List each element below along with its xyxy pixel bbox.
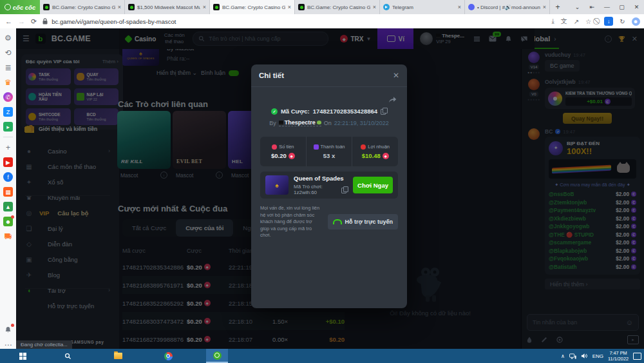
copy-icon[interactable]: [341, 186, 348, 193]
browser-tab[interactable]: BC.Game: Crypto Casino Gam ×: [40, 0, 125, 14]
back-icon[interactable]: ←: [5, 17, 12, 25]
taskbar-clock[interactable]: 7:47 PM 11/1/2022: [608, 350, 629, 362]
minimize-button[interactable]: —: [600, 0, 614, 14]
shop-icon[interactable]: ▦: [3, 187, 13, 197]
browser-tab[interactable]: $1,500 Midweek Mascot Mul ×: [125, 0, 210, 14]
screen: cốc cốc BC.Game: Crypto Casino Gam × $1,…: [0, 0, 644, 363]
translate-icon[interactable]: 文: [561, 17, 567, 26]
close-window-button[interactable]: ✕: [629, 0, 644, 14]
network-icon[interactable]: [569, 353, 576, 359]
bet-datetime: 22:21:19, 31/10/2022: [334, 120, 389, 126]
by-label: By: [269, 120, 276, 126]
browser-status-text: Đang chờ collectia...: [16, 340, 72, 349]
youtube-icon[interactable]: ▶: [3, 157, 13, 167]
history-icon[interactable]: ⟲: [3, 48, 13, 57]
bell-icon[interactable]: [3, 325, 13, 335]
window-controls: ⌄ ⇤ — ▢ ✕: [570, 0, 644, 14]
address-bar: ← → ⟳ bc.game/vi/game/queen-of-spades-by…: [0, 14, 644, 29]
tab-close-icon[interactable]: ×: [373, 4, 376, 10]
newsfeed-icon[interactable]: ≣: [3, 63, 13, 72]
payout-icon: [314, 144, 319, 150]
profile-avatar-icon[interactable]: ☻: [632, 17, 640, 26]
game-mini-thumbnail[interactable]: ♠: [265, 175, 289, 195]
coccoc-menu-button[interactable]: cốc cốc: [0, 0, 40, 14]
url-field[interactable]: bc.game/vi/game/queen-of-spades-by-masco…: [43, 18, 176, 25]
modal-game-code: Mã Trò chơi: 1z2wih:60: [294, 184, 339, 195]
action-center-icon[interactable]: [633, 353, 641, 360]
tab-close-icon[interactable]: ×: [288, 4, 291, 10]
tab-favicon: [298, 4, 305, 10]
play-now-button[interactable]: Chơi Ngay: [353, 177, 393, 193]
system-tray: ∧ ENG 7:47 PM 11/1/2022: [561, 349, 641, 363]
support-text: Mọi vấn đề, xin vui lòng liên hệ với bộ …: [260, 205, 323, 239]
modal-close-icon[interactable]: ✕: [393, 71, 399, 80]
stat-profit: Lợi nhuận $10.48◆: [352, 137, 398, 166]
tray-expand-icon[interactable]: ∧: [561, 353, 565, 359]
tab-title: BC.Game: Crypto Casino Gam: [52, 5, 115, 10]
frog-icon: [317, 121, 321, 124]
facebook-icon[interactable]: f: [3, 172, 13, 182]
cart-icon[interactable]: ⛟: [3, 231, 13, 241]
browser-brand: cốc cốc: [13, 4, 35, 11]
stat-amount: Số tiền $0.20◆: [260, 137, 306, 166]
coccoc-taskbar-icon[interactable]: [206, 349, 228, 363]
crown-icon[interactable]: ♛: [3, 77, 13, 87]
modal-game-card: ♠ Queen of Spades Mã Trò chơi: 1z2wih:60…: [260, 172, 398, 199]
settings-icon[interactable]: ⚙: [3, 33, 13, 43]
start-button[interactable]: [12, 349, 33, 363]
coccoc-logo-icon: [5, 4, 11, 10]
bookmark-star-icon[interactable]: ☆: [585, 18, 591, 25]
browser-tab[interactable]: BC.Game: Crypto Casino Gam ×: [295, 0, 380, 14]
player-link[interactable]: Thespectre: [279, 119, 321, 126]
maximize-button[interactable]: ▢: [614, 0, 629, 14]
restore-tab-icon[interactable]: ⇤: [585, 0, 600, 14]
more-icon[interactable]: ⋯: [3, 340, 13, 349]
tab-close-icon[interactable]: ×: [118, 4, 121, 10]
tab-favicon: [213, 4, 220, 10]
new-tab-button[interactable]: +: [550, 0, 565, 14]
profit-icon: [361, 144, 366, 150]
live-support-button[interactable]: Hỗ trợ trực tuyến: [328, 214, 398, 230]
copy-icon[interactable]: [381, 108, 387, 115]
zalo-icon[interactable]: Z: [3, 107, 13, 117]
tab-close-icon[interactable]: ×: [458, 4, 461, 10]
tab-close-icon[interactable]: ×: [543, 4, 546, 10]
messenger-icon[interactable]: ✆: [3, 92, 13, 102]
tab-title: Telegram: [392, 5, 455, 10]
bet-id-value: 1748217028353428864: [313, 108, 377, 115]
forward-icon[interactable]: →: [18, 17, 25, 25]
tab-favicon: [43, 4, 50, 10]
modal-share-icon[interactable]: [388, 94, 397, 106]
amount-icon: [272, 144, 277, 150]
chat-deal-icon[interactable]: ☻: [3, 217, 13, 226]
tophat-icon: [279, 121, 283, 125]
coccoc-side-rail: ⚙ ⟲ ≣ ♛ ✆ Z ▸ + ▶ f ▦ ▲ ☻ ⛟ ⋯: [0, 28, 17, 353]
language-indicator[interactable]: ENG: [592, 353, 603, 359]
tab-close-icon[interactable]: ×: [203, 4, 206, 10]
tab-favicon: [128, 4, 135, 10]
volume-icon[interactable]: [581, 353, 588, 359]
verified-badge-icon: ✓: [271, 108, 278, 115]
url-text: bc.game/vi/game/queen-of-spades-by-masco…: [52, 18, 176, 25]
taskbar-search-icon[interactable]: [57, 349, 79, 363]
headset-icon: [333, 219, 342, 224]
browser-tab[interactable]: Telegram ×: [380, 0, 465, 14]
chrome-taskbar-icon[interactable]: [157, 349, 179, 363]
tab-strip: BC.Game: Crypto Casino Gam × $1,500 Midw…: [40, 0, 550, 14]
share-icon[interactable]: ↗: [574, 18, 579, 25]
modal-title: Chi tiết: [259, 72, 284, 79]
browser-tab[interactable]: • Discord | #🔊mod-announc ×: [465, 0, 550, 14]
tab-favicon: [383, 4, 390, 10]
shopee-icon[interactable]: ▲: [3, 202, 13, 211]
reload-icon[interactable]: ⟳: [31, 17, 37, 26]
save-page-icon[interactable]: ⤓: [551, 17, 554, 25]
bet-author-row: By Thespectre On 22:21:19, 31/10/2022: [251, 119, 407, 126]
add-icon[interactable]: +: [3, 142, 13, 152]
file-explorer-icon[interactable]: [107, 349, 129, 363]
tab-search-icon[interactable]: ⌄: [570, 0, 585, 14]
address-bar-icons: ⤓ 文 ↗ ☆ ⃠ ↓ ↻ ☻ ⤓: [551, 17, 644, 26]
games-icon[interactable]: ▸: [3, 122, 13, 132]
sync-icon[interactable]: ↻: [620, 18, 625, 25]
browser-tab[interactable]: BC.Game: Crypto Casino Gam ×: [210, 0, 295, 14]
download-extension-icon[interactable]: ↓: [604, 17, 613, 26]
